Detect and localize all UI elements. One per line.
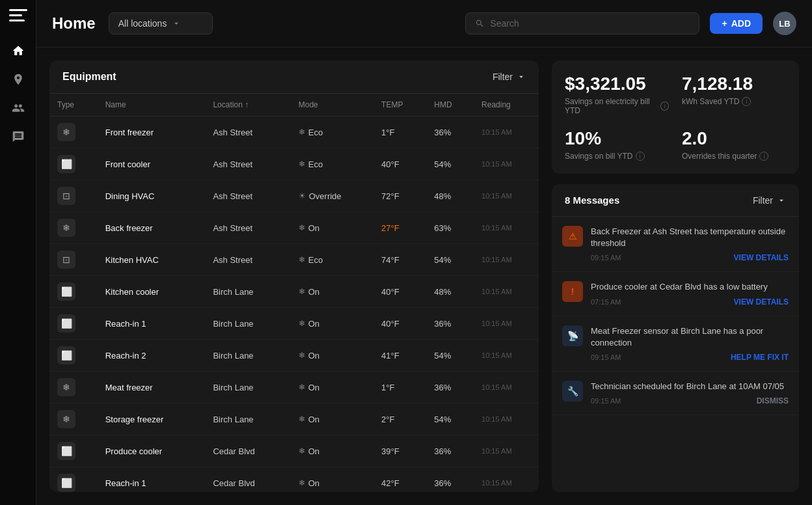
mode-icon: ❄: [299, 415, 305, 424]
message-text: Produce cooler at Cedar Blvd has a low b…: [591, 281, 789, 293]
cell-type: ⬜: [49, 148, 98, 180]
message-time: 09:15 AM: [591, 397, 621, 405]
cell-hmd: 54%: [426, 148, 474, 180]
cell-location: Cedar Blvd: [205, 467, 290, 493]
mode-icon: ❄: [299, 446, 305, 456]
cell-temp: 40°F: [373, 276, 426, 308]
pct-info-icon[interactable]: i: [636, 152, 645, 161]
header: Home All locations + ADD LB: [36, 0, 812, 48]
col-location[interactable]: Location ↑: [205, 94, 290, 116]
cell-location: Birch Lane: [205, 276, 290, 308]
type-icon-cooler: ⬜: [57, 282, 75, 301]
messages-header: 8 Messages Filter: [552, 184, 799, 217]
sidebar-item-messages[interactable]: [7, 125, 30, 148]
cell-name: Back freezer: [98, 212, 206, 244]
mode-icon: ❄: [299, 383, 305, 392]
message-action-button[interactable]: HELP ME FIX IT: [731, 353, 789, 362]
sidebar: [0, 0, 36, 505]
cell-type: ❄: [49, 372, 98, 403]
table-row[interactable]: ❄ Storage freezer Birch Lane ❄On 2°F 54%…: [49, 403, 539, 435]
equipment-table-container[interactable]: Type Name Location ↑ Mode TEMP HMD Readi…: [49, 94, 539, 492]
table-row[interactable]: ⊡ Kitchen HVAC Ash Street ❄Eco 74°F 54% …: [49, 244, 539, 276]
location-dropdown[interactable]: All locations: [109, 12, 213, 34]
cell-mode: ❄On: [291, 372, 373, 403]
stat-savings: $3,321.05 Savings on electricity bill YT…: [565, 74, 669, 115]
cell-type: ❄: [49, 116, 98, 148]
search-input[interactable]: [490, 18, 690, 29]
message-icon: !: [562, 281, 583, 302]
messages-list[interactable]: ⚠ Back Freezer at Ash Street has tempera…: [552, 217, 799, 492]
col-name: Name: [98, 94, 206, 116]
overrides-info-icon[interactable]: i: [759, 152, 768, 161]
mode-label: On: [308, 415, 319, 424]
stat-pct-value: 10%: [565, 128, 669, 149]
page-title: Home: [52, 14, 96, 33]
message-action-button[interactable]: DISMISS: [757, 396, 789, 405]
cell-mode: ❄On: [291, 212, 373, 244]
sidebar-item-users[interactable]: [7, 96, 30, 120]
chevron-down-icon: [172, 19, 181, 28]
table-row[interactable]: ❄ Front freezer Ash Street ❄Eco 1°F 36% …: [49, 116, 539, 148]
messages-card: 8 Messages Filter ⚠ Back Freezer at Ash …: [552, 184, 799, 492]
sidebar-item-home[interactable]: [7, 39, 30, 62]
table-row[interactable]: ❄ Meat freezer Birch Lane ❄On 1°F 36% 10…: [49, 372, 539, 403]
table-row[interactable]: ⬜ Produce cooler Cedar Blvd ❄On 39°F 36%…: [49, 435, 539, 467]
cell-temp: 40°F: [373, 148, 426, 180]
avatar[interactable]: LB: [773, 12, 796, 35]
cell-hmd: 36%: [426, 372, 474, 403]
message-text: Technician scheduled for Birch Lane at 1…: [591, 381, 789, 392]
table-row[interactable]: ❄ Back freezer Ash Street ❄On 27°F 63% 1…: [49, 212, 539, 244]
location-label: All locations: [118, 18, 167, 29]
table-row[interactable]: ⬜ Reach-in 1 Birch Lane ❄On 40°F 36% 10:…: [49, 308, 539, 340]
cell-name: Storage freezer: [98, 403, 206, 435]
col-temp: TEMP: [373, 94, 426, 116]
messages-filter-button[interactable]: Filter: [753, 195, 786, 206]
temp-value: 40°F: [381, 287, 399, 297]
equipment-table: Type Name Location ↑ Mode TEMP HMD Readi…: [49, 94, 539, 492]
cell-type: ⊡: [49, 244, 98, 276]
cell-reading: 10:15 AM: [474, 372, 539, 403]
cell-type: ❄: [49, 403, 98, 435]
message-item: ! Produce cooler at Cedar Blvd has a low…: [552, 272, 799, 316]
message-action-button[interactable]: VIEW DETAILS: [734, 297, 789, 307]
equipment-header: Equipment Filter: [49, 61, 539, 94]
message-action-button[interactable]: VIEW DETAILS: [734, 253, 789, 262]
add-button[interactable]: + ADD: [710, 13, 763, 34]
mode-label: Eco: [308, 128, 323, 137]
col-type: Type: [49, 94, 98, 116]
cell-name: Produce cooler: [98, 435, 206, 467]
sidebar-item-location[interactable]: [7, 68, 30, 91]
table-row[interactable]: ⊡ Dining HVAC Ash Street ☀Override 72°F …: [49, 180, 539, 212]
cell-name: Kitchen cooler: [98, 276, 206, 308]
message-body: Produce cooler at Cedar Blvd has a low b…: [591, 281, 789, 306]
cell-name: Front cooler: [98, 148, 206, 180]
svg-rect-2: [9, 20, 25, 21]
cell-temp: 39°F: [373, 435, 426, 467]
search-bar[interactable]: [465, 12, 699, 34]
cell-mode: ❄On: [291, 467, 373, 493]
table-row[interactable]: ⬜ Kitchen cooler Birch Lane ❄On 40°F 48%…: [49, 276, 539, 308]
kwh-info-icon[interactable]: i: [742, 97, 751, 106]
mode-label: On: [308, 478, 319, 488]
mode-icon: ❄: [299, 255, 305, 264]
type-icon-cooler: ⬜: [57, 314, 75, 333]
cell-hmd: 48%: [426, 276, 474, 308]
table-row[interactable]: ⬜ Front cooler Ash Street ❄Eco 40°F 54% …: [49, 148, 539, 180]
mode-icon: ❄: [299, 478, 305, 487]
type-icon-freezer: ❄: [57, 410, 75, 428]
cell-reading: 10:15 AM: [474, 276, 539, 308]
table-row[interactable]: ⬜ Reach-in 2 Birch Lane ❄On 41°F 54% 10:…: [49, 340, 539, 372]
savings-info-icon[interactable]: i: [660, 102, 669, 111]
equipment-filter-button[interactable]: Filter: [493, 72, 526, 82]
temp-value: 72°F: [381, 191, 399, 201]
cell-temp: 74°F: [373, 244, 426, 276]
stat-kwh-value: 7,128.18: [682, 74, 786, 94]
cell-hmd: 54%: [426, 340, 474, 372]
cell-temp: 1°F: [373, 116, 426, 148]
table-row[interactable]: ⬜ Reach-in 1 Cedar Blvd ❄On 42°F 36% 10:…: [49, 467, 539, 493]
message-time: 09:15 AM: [591, 254, 621, 262]
cell-type: ⬜: [49, 467, 98, 493]
mode-icon: ☀: [299, 191, 306, 200]
temp-value: 41°F: [381, 351, 399, 361]
cell-hmd: 63%: [426, 212, 474, 244]
